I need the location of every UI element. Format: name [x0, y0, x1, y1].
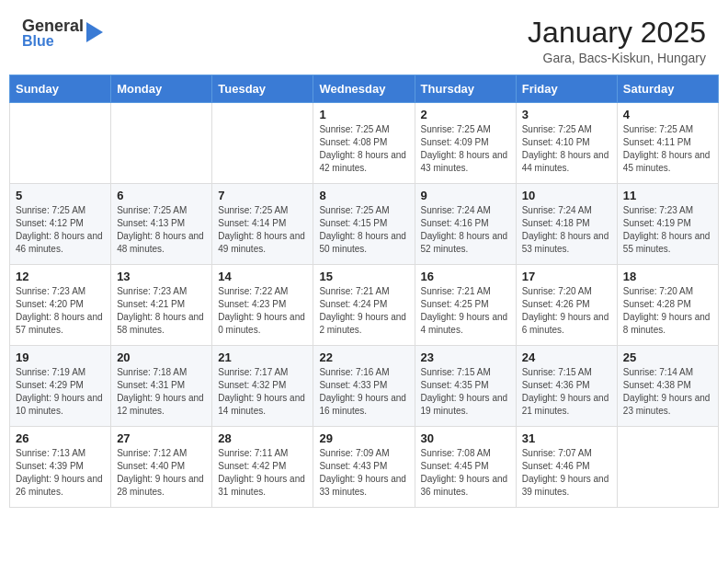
logo: GeneralBlue: [22, 17, 103, 50]
calendar-day-cell: 1Sunrise: 7:25 AM Sunset: 4:08 PM Daylig…: [313, 103, 415, 184]
calendar-day-cell: 14Sunrise: 7:22 AM Sunset: 4:23 PM Dayli…: [212, 265, 313, 346]
logo-triangle-icon: [86, 22, 103, 42]
day-number: 6: [117, 189, 206, 202]
day-info: Sunrise: 7:18 AM Sunset: 4:31 PM Dayligh…: [117, 366, 206, 418]
day-number: 19: [16, 350, 105, 364]
calendar-day-cell: 25Sunrise: 7:14 AM Sunset: 4:38 PM Dayli…: [617, 346, 718, 427]
day-number: 15: [319, 270, 408, 283]
day-of-week-header: Thursday: [415, 75, 516, 103]
calendar-day-cell: 31Sunrise: 7:07 AM Sunset: 4:46 PM Dayli…: [516, 427, 617, 508]
calendar-day-cell: [617, 427, 718, 508]
day-info: Sunrise: 7:25 AM Sunset: 4:11 PM Dayligh…: [623, 123, 712, 175]
calendar-day-cell: 20Sunrise: 7:18 AM Sunset: 4:31 PM Dayli…: [111, 346, 212, 427]
day-number: 21: [218, 350, 307, 364]
calendar-day-cell: 27Sunrise: 7:12 AM Sunset: 4:40 PM Dayli…: [111, 427, 212, 508]
calendar-week-row: 19Sunrise: 7:19 AM Sunset: 4:29 PM Dayli…: [10, 346, 719, 427]
calendar-week-row: 5Sunrise: 7:25 AM Sunset: 4:12 PM Daylig…: [10, 184, 719, 265]
day-info: Sunrise: 7:25 AM Sunset: 4:10 PM Dayligh…: [522, 123, 611, 175]
day-of-week-header: Monday: [111, 75, 212, 103]
day-info: Sunrise: 7:23 AM Sunset: 4:21 PM Dayligh…: [117, 285, 206, 337]
day-number: 17: [522, 270, 611, 283]
calendar-day-cell: 24Sunrise: 7:15 AM Sunset: 4:36 PM Dayli…: [516, 346, 617, 427]
calendar-day-cell: 6Sunrise: 7:25 AM Sunset: 4:13 PM Daylig…: [111, 184, 212, 265]
day-info: Sunrise: 7:25 AM Sunset: 4:09 PM Dayligh…: [421, 123, 510, 175]
calendar-day-cell: 11Sunrise: 7:23 AM Sunset: 4:19 PM Dayli…: [617, 184, 718, 265]
calendar-day-cell: 4Sunrise: 7:25 AM Sunset: 4:11 PM Daylig…: [617, 103, 718, 184]
day-number: 27: [117, 431, 206, 445]
calendar-day-cell: 21Sunrise: 7:17 AM Sunset: 4:32 PM Dayli…: [212, 346, 313, 427]
day-of-week-header: Saturday: [617, 75, 718, 103]
calendar-wrapper: SundayMondayTuesdayWednesdayThursdayFrid…: [0, 75, 728, 517]
calendar-week-row: 1Sunrise: 7:25 AM Sunset: 4:08 PM Daylig…: [10, 103, 719, 184]
calendar-day-cell: 16Sunrise: 7:21 AM Sunset: 4:25 PM Dayli…: [415, 265, 516, 346]
calendar-day-cell: 26Sunrise: 7:13 AM Sunset: 4:39 PM Dayli…: [10, 427, 111, 508]
day-info: Sunrise: 7:25 AM Sunset: 4:14 PM Dayligh…: [218, 204, 307, 256]
calendar-week-row: 26Sunrise: 7:13 AM Sunset: 4:39 PM Dayli…: [10, 427, 719, 508]
day-of-week-header: Friday: [516, 75, 617, 103]
day-info: Sunrise: 7:23 AM Sunset: 4:19 PM Dayligh…: [623, 204, 712, 256]
day-info: Sunrise: 7:15 AM Sunset: 4:36 PM Dayligh…: [522, 366, 611, 418]
calendar-day-cell: 22Sunrise: 7:16 AM Sunset: 4:33 PM Dayli…: [313, 346, 415, 427]
calendar-day-cell: 13Sunrise: 7:23 AM Sunset: 4:21 PM Dayli…: [111, 265, 212, 346]
day-info: Sunrise: 7:15 AM Sunset: 4:35 PM Dayligh…: [421, 366, 510, 418]
day-info: Sunrise: 7:24 AM Sunset: 4:18 PM Dayligh…: [522, 204, 611, 256]
day-number: 7: [218, 189, 307, 202]
day-info: Sunrise: 7:23 AM Sunset: 4:20 PM Dayligh…: [16, 285, 105, 337]
calendar-day-cell: 3Sunrise: 7:25 AM Sunset: 4:10 PM Daylig…: [516, 103, 617, 184]
calendar-day-cell: 8Sunrise: 7:25 AM Sunset: 4:15 PM Daylig…: [313, 184, 415, 265]
day-number: 24: [522, 350, 611, 364]
day-of-week-header: Wednesday: [313, 75, 415, 103]
day-number: 4: [623, 108, 712, 121]
day-number: 1: [319, 108, 408, 121]
calendar-day-cell: 28Sunrise: 7:11 AM Sunset: 4:42 PM Dayli…: [212, 427, 313, 508]
calendar-day-cell: 17Sunrise: 7:20 AM Sunset: 4:26 PM Dayli…: [516, 265, 617, 346]
logo-text: GeneralBlue: [22, 17, 84, 50]
day-number: 22: [319, 350, 408, 364]
calendar-day-cell: 12Sunrise: 7:23 AM Sunset: 4:20 PM Dayli…: [10, 265, 111, 346]
day-number: 2: [421, 108, 510, 121]
day-info: Sunrise: 7:20 AM Sunset: 4:26 PM Dayligh…: [522, 285, 611, 337]
day-info: Sunrise: 7:25 AM Sunset: 4:08 PM Dayligh…: [319, 123, 408, 175]
day-number: 28: [218, 431, 307, 445]
days-of-week-row: SundayMondayTuesdayWednesdayThursdayFrid…: [10, 75, 719, 103]
day-number: 18: [623, 270, 712, 283]
day-info: Sunrise: 7:25 AM Sunset: 4:12 PM Dayligh…: [16, 204, 105, 256]
day-info: Sunrise: 7:13 AM Sunset: 4:39 PM Dayligh…: [16, 447, 105, 499]
day-info: Sunrise: 7:19 AM Sunset: 4:29 PM Dayligh…: [16, 366, 105, 418]
day-of-week-header: Tuesday: [212, 75, 313, 103]
calendar-header: SundayMondayTuesdayWednesdayThursdayFrid…: [10, 75, 719, 103]
day-info: Sunrise: 7:14 AM Sunset: 4:38 PM Dayligh…: [623, 366, 712, 418]
calendar-day-cell: 7Sunrise: 7:25 AM Sunset: 4:14 PM Daylig…: [212, 184, 313, 265]
day-number: 30: [421, 431, 510, 445]
day-info: Sunrise: 7:17 AM Sunset: 4:32 PM Dayligh…: [218, 366, 307, 418]
calendar-day-cell: 5Sunrise: 7:25 AM Sunset: 4:12 PM Daylig…: [10, 184, 111, 265]
day-number: 3: [522, 108, 611, 121]
day-number: 12: [16, 270, 105, 283]
day-number: 9: [421, 189, 510, 202]
day-info: Sunrise: 7:20 AM Sunset: 4:28 PM Dayligh…: [623, 285, 712, 337]
location-subtitle: Gara, Bacs-Kiskun, Hungary: [528, 51, 706, 65]
day-info: Sunrise: 7:07 AM Sunset: 4:46 PM Dayligh…: [522, 447, 611, 499]
day-number: 13: [117, 270, 206, 283]
calendar-day-cell: 9Sunrise: 7:24 AM Sunset: 4:16 PM Daylig…: [415, 184, 516, 265]
day-number: 5: [16, 189, 105, 202]
day-info: Sunrise: 7:11 AM Sunset: 4:42 PM Dayligh…: [218, 447, 307, 499]
day-number: 11: [623, 189, 712, 202]
page-header: GeneralBlue January 2025 Gara, Bacs-Kisk…: [0, 0, 728, 75]
day-info: Sunrise: 7:25 AM Sunset: 4:15 PM Dayligh…: [319, 204, 408, 256]
calendar-day-cell: 30Sunrise: 7:08 AM Sunset: 4:45 PM Dayli…: [415, 427, 516, 508]
calendar-table: SundayMondayTuesdayWednesdayThursdayFrid…: [9, 75, 719, 508]
day-number: 16: [421, 270, 510, 283]
calendar-day-cell: 18Sunrise: 7:20 AM Sunset: 4:28 PM Dayli…: [617, 265, 718, 346]
calendar-day-cell: 2Sunrise: 7:25 AM Sunset: 4:09 PM Daylig…: [415, 103, 516, 184]
day-info: Sunrise: 7:21 AM Sunset: 4:25 PM Dayligh…: [421, 285, 510, 337]
calendar-day-cell: 23Sunrise: 7:15 AM Sunset: 4:35 PM Dayli…: [415, 346, 516, 427]
day-info: Sunrise: 7:22 AM Sunset: 4:23 PM Dayligh…: [218, 285, 307, 337]
calendar-day-cell: [10, 103, 111, 184]
day-number: 14: [218, 270, 307, 283]
month-year-title: January 2025: [528, 17, 706, 49]
svg-marker-0: [86, 22, 103, 42]
calendar-week-row: 12Sunrise: 7:23 AM Sunset: 4:20 PM Dayli…: [10, 265, 719, 346]
calendar-day-cell: 29Sunrise: 7:09 AM Sunset: 4:43 PM Dayli…: [313, 427, 415, 508]
day-info: Sunrise: 7:25 AM Sunset: 4:13 PM Dayligh…: [117, 204, 206, 256]
